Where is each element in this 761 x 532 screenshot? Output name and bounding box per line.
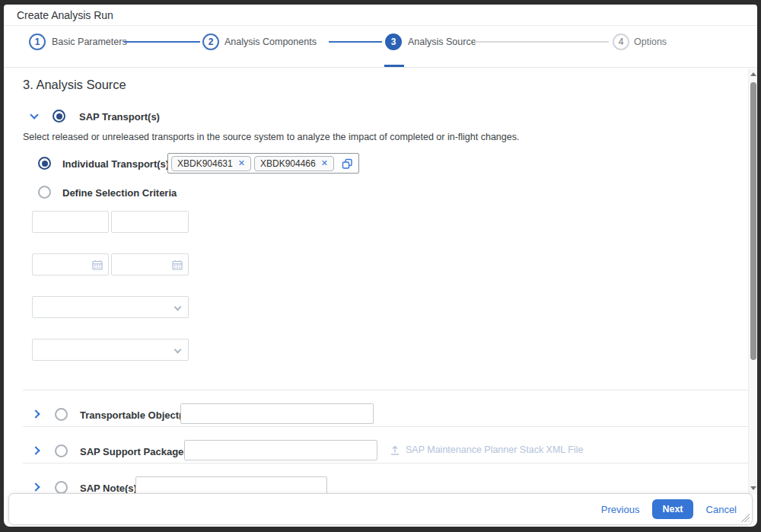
wizard-step-3-label[interactable]: Analysis Source [408, 37, 476, 47]
chevron-right-icon[interactable] [31, 409, 40, 418]
token-remove-icon[interactable]: ✕ [321, 159, 328, 167]
calendar-icon[interactable] [92, 260, 103, 273]
calendar-icon[interactable] [172, 260, 183, 273]
date-to-input[interactable] [111, 253, 189, 276]
wizard-step-1-label[interactable]: Basic Parameters [52, 37, 127, 47]
wizard-connector-2 [329, 41, 382, 43]
dialog-titlebar: Create Analysis Run [4, 5, 757, 26]
selection-criteria-label: Define Selection Criteria [62, 187, 177, 199]
sap-support-packages-label: SAP Support Package(s) [80, 446, 196, 457]
chevron-down-icon[interactable] [30, 110, 38, 119]
section-divider [23, 390, 748, 390]
chevron-right-icon[interactable] [31, 483, 40, 491]
upload-icon [390, 445, 400, 455]
resize-grip[interactable] [741, 514, 750, 522]
wizard-step-4-label[interactable]: Options [634, 37, 667, 47]
wizard-step-4[interactable]: 4 [613, 33, 629, 50]
wizard-progress-bar: 1 Basic Parameters 2 Analysis Components… [4, 26, 757, 68]
transportable-objects-label: Transportable Object(s) [80, 409, 191, 421]
active-step-underline [384, 65, 404, 67]
cancel-button[interactable]: Cancel [706, 504, 737, 515]
next-button[interactable]: Next [652, 499, 693, 519]
create-analysis-run-dialog: Create Analysis Run 1 Basic Parameters 2… [4, 5, 757, 527]
value-help-icon[interactable] [342, 158, 353, 173]
chevron-down-icon [174, 346, 182, 354]
wizard-step-3[interactable]: 3 [385, 33, 402, 50]
wizard-step-2-number: 2 [209, 37, 214, 47]
wizard-step-content: 3. Analysis Source SAP Transport(s) Sele… [4, 68, 748, 493]
date-from-input[interactable] [32, 253, 109, 276]
individual-transports-label: Individual Transport(s)* [62, 158, 173, 170]
chevron-right-icon[interactable] [31, 446, 40, 454]
sap-transports-label: SAP Transport(s) [79, 111, 160, 123]
scrollbar-up-button[interactable] [750, 72, 756, 76]
criteria-input-1[interactable] [32, 211, 109, 233]
wizard-step-3-number: 3 [391, 37, 396, 47]
individual-transports-input[interactable]: XBDK904631 ✕ XBDK904466 ✕ [167, 153, 359, 174]
sap-notes-radio[interactable] [55, 481, 68, 493]
transportable-objects-radio[interactable] [55, 408, 68, 421]
maintenance-planner-upload-link[interactable]: SAP Maintenance Planner Stack XML File [390, 444, 583, 455]
transport-token-text: XBDK904631 [177, 158, 233, 169]
scrollbar-down-button[interactable] [750, 486, 756, 490]
individual-transports-radio[interactable] [38, 157, 51, 170]
section-divider [23, 426, 748, 427]
dialog-footer: Previous Next Cancel [8, 493, 753, 525]
dialog-title: Create Analysis Run [17, 9, 113, 21]
upload-link-text: SAP Maintenance Planner Stack XML File [406, 444, 583, 455]
sap-support-packages-radio[interactable] [55, 444, 68, 457]
wizard-connector-3 [475, 41, 609, 43]
step-heading: 3. Analysis Source [23, 78, 126, 92]
chevron-down-icon [174, 304, 182, 311]
wizard-connector-1 [124, 41, 200, 43]
criteria-select-1[interactable] [32, 296, 189, 318]
sap-notes-label: SAP Note(s) [80, 483, 137, 493]
selection-criteria-radio[interactable] [38, 186, 51, 199]
token-remove-icon[interactable]: ✕ [238, 159, 245, 167]
sap-transports-radio[interactable] [53, 110, 65, 123]
transport-token: XBDK904466 ✕ [254, 156, 334, 171]
transport-token: XBDK904631 ✕ [171, 156, 251, 171]
individual-transports-label-text: Individual Transport(s) [62, 158, 169, 170]
wizard-step-2-label[interactable]: Analysis Components [224, 37, 317, 47]
wizard-step-1-number: 1 [35, 37, 40, 47]
wizard-step-4-number: 4 [619, 37, 624, 47]
scrollbar-track[interactable] [748, 68, 757, 494]
criteria-input-2[interactable] [111, 211, 189, 233]
wizard-step-2[interactable]: 2 [202, 33, 219, 50]
section-divider [23, 463, 748, 464]
criteria-select-2[interactable] [32, 339, 189, 361]
sap-support-packages-input[interactable] [184, 440, 377, 460]
wizard-step-1[interactable]: 1 [29, 33, 46, 50]
transport-description: Select released or unreleased transports… [23, 132, 519, 142]
sap-notes-input[interactable] [135, 476, 327, 493]
transport-token-text: XBDK904466 [260, 158, 316, 169]
scrollbar-thumb[interactable] [750, 82, 756, 360]
previous-button[interactable]: Previous [601, 504, 640, 515]
transportable-objects-input[interactable] [180, 403, 374, 424]
